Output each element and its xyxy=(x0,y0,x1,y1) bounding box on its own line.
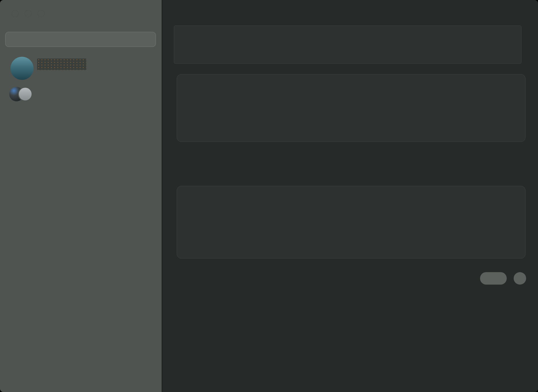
other-services-card xyxy=(177,186,526,259)
vpn-firewall-card xyxy=(177,74,526,142)
sidebar xyxy=(0,0,162,392)
network-pane xyxy=(163,0,538,392)
more-options-button[interactable] xyxy=(480,272,507,285)
wifi-card xyxy=(174,25,521,64)
system-settings-window xyxy=(0,0,538,392)
help-button[interactable] xyxy=(514,272,526,285)
annotation-highlight-wifi xyxy=(174,25,528,70)
back-button[interactable] xyxy=(175,6,187,19)
sidebar-nav xyxy=(0,0,162,392)
forward-button[interactable] xyxy=(199,6,210,19)
